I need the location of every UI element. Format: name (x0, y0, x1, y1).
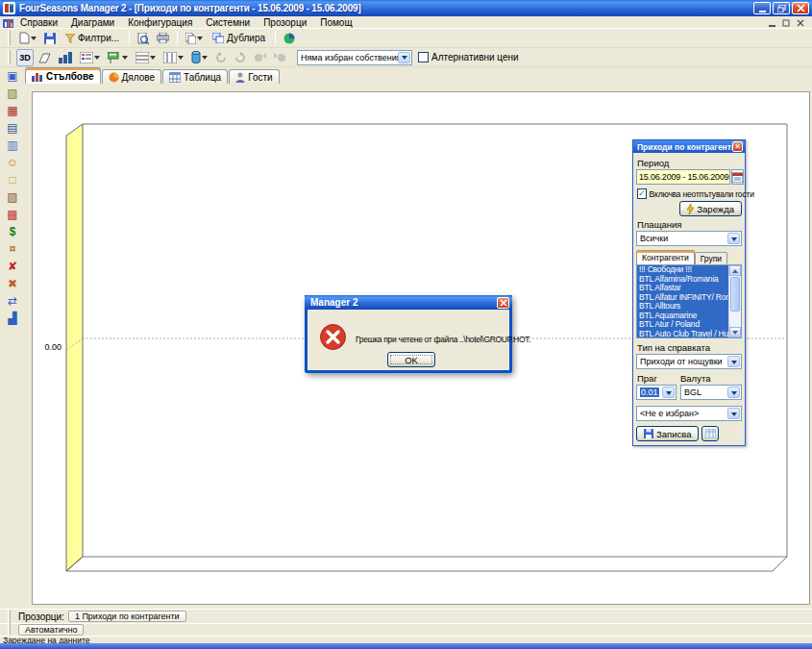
open-window-button[interactable]: 1 Приходи по контрагенти (68, 611, 186, 622)
calendar-icon[interactable]: ▤ (5, 121, 20, 135)
menu-sistemni[interactable]: Системни (199, 16, 257, 29)
mdi-close-button[interactable] (796, 18, 805, 27)
archive-icon[interactable]: ▨ (5, 190, 20, 204)
period-field[interactable]: 15.06.2009 - 15.06.2009 (636, 169, 730, 185)
title-bar[interactable]: FourSeasons Manager 2 - [Приходи по конт… (0, 0, 812, 16)
list-item[interactable]: BTL Aquamarine (637, 312, 728, 321)
dollar-icon[interactable]: $ (5, 225, 20, 238)
legend-button[interactable] (77, 49, 103, 66)
tab-pie[interactable]: Дялове (102, 69, 161, 84)
rotate-right-button[interactable] (232, 49, 249, 66)
list-item[interactable]: BTL Alfastar (637, 284, 728, 293)
print-preview-button[interactable] (135, 30, 152, 47)
report-grid-button[interactable] (701, 426, 719, 441)
scroll-up-button[interactable] (729, 265, 741, 276)
scrollbar-track[interactable] (729, 312, 741, 327)
save-report-button[interactable]: Записва (636, 426, 699, 441)
guests-icon[interactable]: ☺ (5, 156, 20, 169)
automatic-button[interactable]: Автоматично (18, 624, 84, 636)
horizontal-grid-button[interactable] (133, 49, 159, 66)
alt-prices-checkbox[interactable] (418, 52, 429, 62)
bar-shape-button[interactable] (188, 49, 210, 66)
close-button[interactable] (792, 2, 809, 14)
menu-spravki[interactable]: Справки (13, 16, 64, 29)
dialog-title-bar[interactable]: Manager 2 (305, 295, 512, 310)
threshold-combobox[interactable]: 0.01 (636, 385, 677, 400)
saved-report-combobox[interactable]: <Не е избран> (636, 406, 742, 421)
combobox-arrow-icon[interactable] (727, 387, 740, 398)
save-button[interactable] (41, 30, 59, 47)
dialog-close-button[interactable] (497, 297, 509, 309)
rotate-view-button[interactable] (36, 49, 54, 66)
grid-icon (705, 429, 716, 438)
cancel-payment-icon[interactable]: ✖ (5, 277, 20, 290)
combobox-arrow-icon[interactable] (727, 233, 740, 244)
rotate-left-button[interactable] (212, 49, 230, 66)
toolbar-grip[interactable] (8, 610, 11, 624)
export-report-icon[interactable]: ▧ (5, 87, 20, 100)
combobox-arrow-icon[interactable] (662, 387, 675, 398)
list-item[interactable]: BTL Alfatur INFINITY/ Romani (637, 293, 728, 303)
print-button[interactable] (154, 30, 172, 47)
minimize-button[interactable] (753, 2, 771, 14)
currency-icon[interactable]: ¤ (5, 242, 20, 256)
filter-button[interactable]: Филтри... (61, 30, 124, 47)
cascade-windows-icon[interactable]: ▣ (5, 69, 20, 83)
combobox-arrow-icon[interactable] (727, 408, 740, 419)
new-report-button[interactable] (16, 30, 39, 47)
show-values-button[interactable] (56, 49, 75, 66)
payments-combobox[interactable]: Всички (636, 231, 742, 246)
calendar-picker-button[interactable] (731, 169, 744, 185)
toolbar-grip[interactable] (8, 31, 11, 45)
duplicate-button[interactable]: Дублира (208, 30, 270, 47)
scroll-down-button[interactable] (729, 327, 741, 337)
copy-button[interactable] (183, 30, 206, 47)
depth-decrease-button[interactable] (271, 49, 289, 66)
depth-increase-button[interactable] (251, 49, 269, 66)
ok-button[interactable]: OK (387, 352, 435, 367)
tab-guests[interactable]: Гости (229, 69, 279, 84)
include-guests-checkbox[interactable]: ✓ (637, 188, 647, 199)
tab-table[interactable]: Таблица (162, 69, 228, 84)
transfer-icon[interactable]: ⇄ (5, 294, 20, 308)
room-grid-icon[interactable]: ▩ (5, 208, 20, 221)
cancel-icon[interactable]: ✘ (5, 260, 20, 273)
list-item[interactable]: BTL Alltours (637, 302, 728, 312)
mdi-restore-button[interactable] (781, 18, 791, 27)
report-type-combobox-value: Приходи от нощувки (640, 357, 723, 366)
panel-title-bar[interactable]: Приходи по контрагенти ✕ (633, 140, 745, 153)
restore-button[interactable] (773, 2, 790, 14)
toggle-3d-button[interactable]: 3D (16, 49, 34, 66)
calendar-copy-icon[interactable]: ▥ (5, 138, 20, 152)
chart-report-button[interactable] (281, 30, 298, 47)
combobox-arrow-icon[interactable] (398, 52, 410, 63)
list-item[interactable]: BTL Auto Club Travel / Hunga (637, 330, 728, 339)
labels-button[interactable] (105, 49, 131, 66)
owners-combobox[interactable]: Няма избран собственици (297, 50, 412, 65)
loading-progress-bar (0, 643, 812, 649)
tab-contractors[interactable]: Контрагенти (636, 250, 695, 264)
menu-konfiguracia[interactable]: Конфигурация (121, 16, 199, 29)
bar-chart-icon[interactable]: ▦ (5, 104, 20, 117)
currency-combobox[interactable]: BGL (680, 385, 742, 400)
mdi-minimize-button[interactable] (767, 18, 776, 27)
menu-prozorci[interactable]: Прозорци (257, 16, 313, 29)
panel-close-button[interactable]: ✕ (732, 141, 743, 152)
tab-columns[interactable]: Стълбове (25, 67, 101, 84)
saved-report-value: <Не е избран> (640, 409, 699, 418)
list-scrollbar[interactable] (728, 265, 741, 337)
list-item[interactable]: BTL Atur / Poland (637, 320, 728, 330)
folder-icon[interactable]: □ (5, 173, 20, 187)
menu-pomosht[interactable]: Помощ (313, 16, 358, 29)
list-item[interactable]: !!! Свободни !!! (637, 265, 728, 275)
guest-stats-icon[interactable]: ▟ (5, 312, 20, 325)
scrollbar-thumb[interactable] (730, 277, 740, 312)
vertical-grid-button[interactable] (160, 49, 186, 66)
toolbar-grip[interactable] (8, 50, 11, 64)
combobox-arrow-icon[interactable] (727, 356, 740, 367)
menu-diagrami[interactable]: Диаграми (64, 16, 121, 29)
list-item[interactable]: BTL Alfamina/Romania (637, 275, 728, 285)
tab-groups[interactable]: Групи (695, 252, 727, 264)
load-button[interactable]: Зарежда (679, 201, 742, 216)
report-type-combobox[interactable]: Приходи от нощувки (636, 354, 742, 369)
